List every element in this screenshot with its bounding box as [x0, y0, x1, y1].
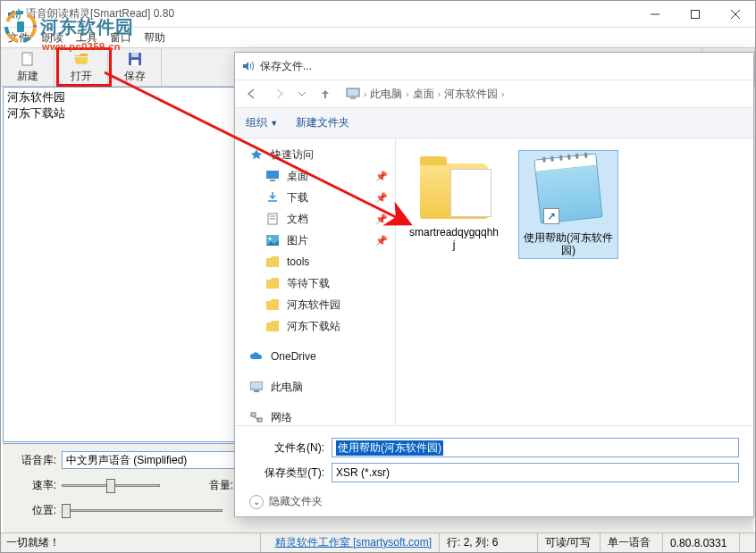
folder-icon	[265, 255, 280, 269]
save-button[interactable]: 保存	[108, 48, 162, 86]
dialog-toolbar: 组织 ▼ 新建文件夹	[235, 108, 753, 138]
dialog-title: 保存文件...	[260, 59, 312, 74]
svg-rect-10	[131, 60, 139, 65]
speed-slider[interactable]	[62, 477, 160, 493]
new-button[interactable]: 新建	[1, 48, 55, 86]
maximize-button[interactable]	[675, 1, 715, 27]
sidebar-item-tools[interactable]: tools	[235, 251, 395, 272]
folder-icon	[265, 319, 280, 333]
organize-button[interactable]: 组织 ▼	[246, 115, 278, 130]
dialog-navbar: › 此电脑 › 桌面 › 河东软件园 ›	[235, 80, 753, 108]
nav-forward-button[interactable]	[267, 83, 290, 105]
app-speaker-icon	[6, 7, 21, 21]
menu-help[interactable]: 帮助	[144, 30, 165, 46]
dialog-titlebar: 保存文件...	[235, 53, 753, 80]
pc-icon	[346, 88, 360, 100]
savetype-combobox[interactable]: XSR (*.xsr)	[332, 463, 739, 482]
status-voice-mode: 单一语音	[600, 533, 662, 552]
menu-tools[interactable]: 工具	[76, 30, 97, 46]
status-version: 0.80.8.0331	[662, 533, 739, 552]
new-folder-button[interactable]: 新建文件夹	[296, 115, 349, 130]
volume-label: 音量:	[197, 478, 233, 493]
close-button[interactable]	[715, 1, 755, 27]
svg-rect-18	[350, 97, 356, 99]
position-label: 位置:	[10, 503, 56, 518]
star-icon	[249, 147, 264, 162]
breadcrumb-pc[interactable]: 此电脑	[370, 87, 402, 102]
folder-icon	[265, 297, 280, 312]
file-item-help[interactable]: ↗ 使用帮助(河东软件园)	[519, 151, 617, 258]
app-title: 语音朗读精灵[SmartRead] 0.80	[26, 6, 174, 21]
pin-icon: 📌	[375, 214, 388, 225]
svg-point-25	[269, 238, 272, 240]
nav-up-button[interactable]	[314, 83, 337, 105]
download-icon	[265, 190, 280, 205]
pin-icon: 📌	[375, 235, 388, 247]
open-button[interactable]: 打开	[55, 48, 108, 86]
main-titlebar: 语音朗读精灵[SmartRead] 0.80	[1, 1, 755, 28]
menu-file[interactable]: 文件	[8, 30, 29, 46]
menu-read[interactable]: 朗读	[42, 30, 63, 46]
sidebar-item-hdxz[interactable]: 河东下载站	[235, 315, 395, 337]
file-list[interactable]: smartreadqygqqhhj ↗ 使用帮助(河东软件园)	[396, 138, 753, 425]
open-folder-icon	[73, 51, 89, 67]
svg-rect-29	[257, 418, 262, 422]
sidebar-item-documents[interactable]: 文档📌	[235, 208, 395, 230]
filename-label: 文件名(N):	[249, 440, 324, 456]
svg-rect-20	[270, 180, 275, 181]
status-cursor: 行: 2, 列: 6	[439, 533, 537, 552]
cloud-icon	[249, 349, 264, 364]
sidebar-item-network[interactable]: 网络	[235, 406, 395, 425]
new-file-icon	[20, 51, 36, 67]
filename-input[interactable]: 使用帮助(河东软件园)	[332, 438, 739, 457]
position-slider[interactable]	[62, 502, 223, 518]
speed-label: 速率:	[10, 478, 56, 493]
sidebar-item-pictures[interactable]: 图片📌	[235, 230, 395, 251]
status-rw: 可读/可写	[537, 533, 600, 552]
sidebar-item-pending[interactable]: 等待下载	[235, 272, 395, 294]
speaker-icon	[242, 60, 255, 72]
status-studio-link[interactable]: 精灵软件工作室 [smartysoft.com]	[275, 535, 432, 550]
pin-icon: 📌	[375, 171, 388, 182]
nav-back-button[interactable]	[240, 83, 264, 105]
document-icon	[265, 212, 280, 226]
sidebar-item-quickaccess[interactable]: 快速访问	[235, 144, 395, 165]
svg-rect-7	[22, 53, 32, 65]
savetype-label: 保存类型(T):	[249, 465, 324, 481]
svg-rect-17	[347, 88, 359, 96]
menu-window[interactable]: 窗口	[110, 30, 131, 46]
svg-rect-19	[266, 171, 279, 179]
breadcrumb-folder[interactable]: 河东软件园	[444, 87, 498, 102]
resize-grip-icon[interactable]	[739, 533, 755, 552]
statusbar: 一切就绪！ 精灵软件工作室 [smartysoft.com] 行: 2, 列: …	[1, 532, 755, 552]
pin-icon: 📌	[375, 192, 388, 204]
breadcrumb-desktop[interactable]: 桌面	[413, 87, 434, 102]
save-file-dialog: 保存文件... › 此电脑 › 桌面 › 河东软件园 › 组织 ▼ 新建文件夹 …	[234, 52, 754, 517]
breadcrumb[interactable]: › 此电脑 › 桌面 › 河东软件园 ›	[340, 87, 748, 102]
folder-icon	[420, 163, 488, 219]
svg-rect-26	[250, 381, 263, 390]
folder-icon	[265, 276, 280, 290]
sidebar-item-thispc[interactable]: 此电脑	[235, 376, 395, 398]
svg-rect-9	[131, 53, 139, 57]
sidebar-item-downloads[interactable]: 下载📌	[235, 187, 395, 208]
minimize-button[interactable]	[634, 1, 675, 27]
sidebar-item-hdrjy[interactable]: 河东软件园	[235, 294, 395, 315]
shortcut-arrow-icon: ↗	[543, 208, 559, 224]
save-disk-icon	[127, 51, 143, 67]
chevron-down-icon[interactable]: ⌄	[249, 495, 264, 509]
dialog-sidebar: 快速访问 桌面📌 下载📌 文档📌 图片📌 tools	[235, 138, 396, 425]
picture-icon	[265, 233, 280, 247]
svg-rect-27	[254, 390, 259, 392]
file-item-folder[interactable]: smartreadqygqqhhj	[405, 151, 503, 253]
nav-history-button[interactable]	[294, 83, 310, 105]
status-ready: 一切就绪！	[1, 535, 260, 550]
sidebar-item-desktop[interactable]: 桌面📌	[235, 165, 395, 187]
network-icon	[249, 410, 264, 424]
svg-rect-1	[691, 10, 699, 18]
sidebar-item-onedrive[interactable]: OneDrive	[235, 346, 395, 367]
hide-folders-button[interactable]: 隐藏文件夹	[269, 494, 323, 509]
dialog-footer: 文件名(N): 使用帮助(河东软件园) 保存类型(T): XSR (*.xsr)…	[235, 425, 753, 516]
voice-db-label: 语音库:	[10, 453, 56, 468]
voice-db-input[interactable]	[62, 451, 242, 469]
